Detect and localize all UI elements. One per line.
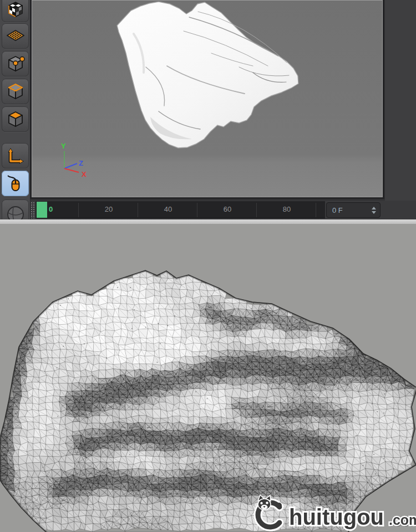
axis-mode-icon	[6, 146, 26, 166]
edges-mode-button[interactable]	[2, 79, 29, 104]
watermark-suffix: .com	[389, 512, 416, 528]
texture-mode-button[interactable]	[2, 0, 29, 22]
tick-label-40: 40	[164, 205, 172, 213]
axis-x-label: X	[82, 170, 87, 178]
timeline: 0 20 40 60 80 0 F	[31, 201, 416, 219]
timeline-playhead[interactable]	[37, 202, 47, 218]
tick-label-20: 20	[105, 205, 113, 213]
timeline-separator	[316, 203, 316, 217]
viewport-3d[interactable]: Y Z X	[32, 0, 383, 197]
points-mode-icon	[6, 54, 26, 74]
timeline-separator	[78, 203, 79, 217]
editor-panel: Y Z X 0 20 40 60 80	[0, 0, 416, 219]
edges-mode-icon	[6, 81, 26, 101]
frame-field-value: 0 F	[332, 206, 370, 214]
timeline-ruler[interactable]: 0 20 40 60 80	[35, 201, 325, 218]
mode-toolbar	[0, 0, 31, 219]
texture-mode-icon	[6, 0, 26, 19]
viewport-render: Y Z X	[32, 1, 382, 197]
right-panel-strip	[385, 0, 416, 219]
tick-label-60: 60	[224, 205, 231, 213]
frame-spinner[interactable]	[370, 207, 378, 214]
wireframe-preview: huitugou .com huitugou .com	[0, 224, 416, 532]
points-mode-button[interactable]	[2, 51, 29, 76]
wireframe-mesh-render	[0, 224, 416, 532]
workplane-mode-icon	[6, 26, 26, 46]
timeline-separator	[138, 203, 138, 217]
frame-number-field[interactable]: 0 F	[326, 202, 381, 218]
mouse-tweak-icon	[6, 173, 26, 193]
timeline-separator	[256, 203, 257, 217]
watermark-logo-icon	[258, 495, 281, 527]
current-frame-label: 0	[49, 205, 53, 213]
mouse-tweak-button[interactable]	[2, 171, 29, 196]
screenshot-root: Y Z X 0 20 40 60 80	[0, 0, 416, 532]
arcball-rotate-button[interactable]	[2, 200, 29, 219]
watermark-brand: huitugou	[289, 505, 384, 529]
timeline-separator	[197, 203, 197, 217]
workplane-mode-button[interactable]	[2, 23, 29, 49]
spinner-down-icon[interactable]	[372, 211, 376, 214]
tick-label-80: 80	[283, 205, 291, 213]
axis-y-label: Y	[61, 142, 66, 150]
arcball-rotate-icon	[6, 202, 26, 219]
section-divider	[0, 219, 416, 224]
axis-mode-button[interactable]	[2, 143, 29, 168]
spinner-up-icon[interactable]	[372, 207, 376, 209]
watermark: huitugou .com huitugou .com	[252, 494, 416, 532]
polygons-mode-icon	[6, 109, 26, 129]
timeline-grip[interactable]	[31, 202, 35, 218]
axis-z-label: Z	[79, 159, 83, 167]
polygons-mode-button[interactable]	[2, 106, 29, 132]
